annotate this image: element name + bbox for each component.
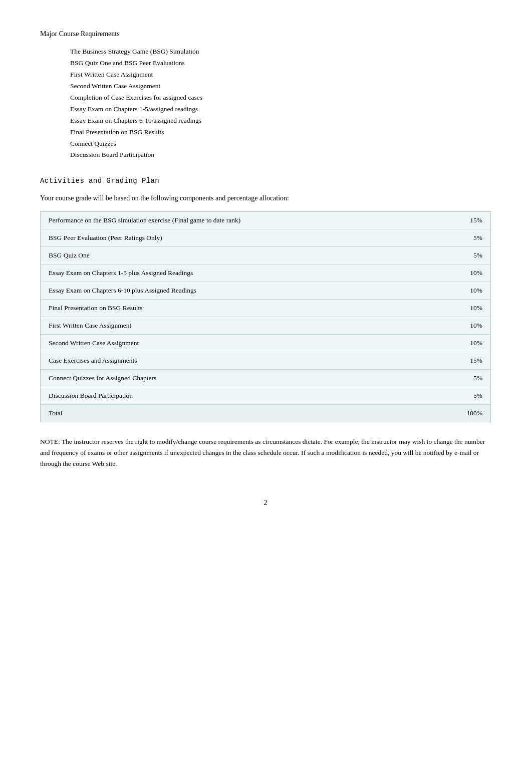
table-cell-label: Final Presentation on BSG Results [41, 300, 410, 317]
table-cell-label: Essay Exam on Chapters 6-10 plus Assigne… [41, 282, 410, 300]
table-cell-label: First Written Case Assignment [41, 317, 410, 335]
table-cell-label: BSG Quiz One [41, 247, 410, 265]
table-cell-value: 100% [410, 405, 491, 422]
table-cell-value: 10% [410, 265, 491, 282]
table-row: Essay Exam on Chapters 6-10 plus Assigne… [41, 282, 491, 300]
table-row: Case Exercises and Assignments15% [41, 352, 491, 370]
table-cell-label: Discussion Board Participation [41, 387, 410, 405]
list-item: The Business Strategy Game (BSG) Simulat… [70, 46, 491, 58]
table-row: BSG Quiz One5% [41, 247, 491, 265]
table-cell-value: 15% [410, 212, 491, 229]
course-requirements-list: The Business Strategy Game (BSG) Simulat… [70, 46, 491, 161]
list-item: Second Written Case Assignment [70, 81, 491, 92]
table-cell-label: BSG Peer Evaluation (Peer Ratings Only) [41, 229, 410, 247]
page-number: 2 [40, 499, 491, 507]
table-cell-label: Total [41, 405, 410, 422]
table-row: First Written Case Assignment10% [41, 317, 491, 335]
list-item: First Written Case Assignment [70, 69, 491, 81]
list-item: BSG Quiz One and BSG Peer Evaluations [70, 58, 491, 69]
list-item: Discussion Board Participation [70, 149, 491, 161]
table-cell-label: Essay Exam on Chapters 1-5 plus Assigned… [41, 265, 410, 282]
list-item: Essay Exam on Chapters 1-5/assigned read… [70, 104, 491, 115]
table-cell-value: 5% [410, 229, 491, 247]
list-item: Completion of Case Exercises for assigne… [70, 92, 491, 104]
table-cell-value: 10% [410, 300, 491, 317]
table-cell-value: 5% [410, 247, 491, 265]
list-item: Connect Quizzes [70, 138, 491, 150]
table-cell-value: 10% [410, 282, 491, 300]
table-cell-label: Case Exercises and Assignments [41, 352, 410, 370]
table-row: Second Written Case Assignment10% [41, 335, 491, 352]
table-cell-value: 10% [410, 335, 491, 352]
note-text: NOTE: The instructor reserves the right … [40, 436, 491, 469]
grading-table: Performance on the BSG simulation exerci… [40, 211, 491, 422]
table-cell-value: 5% [410, 370, 491, 387]
table-row: Performance on the BSG simulation exerci… [41, 212, 491, 229]
table-row: Final Presentation on BSG Results10% [41, 300, 491, 317]
list-item: Final Presentation on BSG Results [70, 127, 491, 138]
table-row: Connect Quizzes for Assigned Chapters5% [41, 370, 491, 387]
activities-heading: Activities and Grading Plan [40, 177, 491, 185]
table-row: Total100% [41, 405, 491, 422]
major-requirements-title: Major Course Requirements [40, 30, 491, 38]
table-cell-value: 15% [410, 352, 491, 370]
table-row: BSG Peer Evaluation (Peer Ratings Only)5… [41, 229, 491, 247]
page-content: Major Course Requirements The Business S… [40, 30, 491, 507]
table-cell-label: Connect Quizzes for Assigned Chapters [41, 370, 410, 387]
table-cell-value: 10% [410, 317, 491, 335]
table-row: Essay Exam on Chapters 1-5 plus Assigned… [41, 265, 491, 282]
grade-intro: Your course grade will be based on the f… [40, 193, 491, 203]
table-cell-value: 5% [410, 387, 491, 405]
table-cell-label: Second Written Case Assignment [41, 335, 410, 352]
table-row: Discussion Board Participation5% [41, 387, 491, 405]
table-cell-label: Performance on the BSG simulation exerci… [41, 212, 410, 229]
list-item: Essay Exam on Chapters 6-10/assigned rea… [70, 115, 491, 127]
